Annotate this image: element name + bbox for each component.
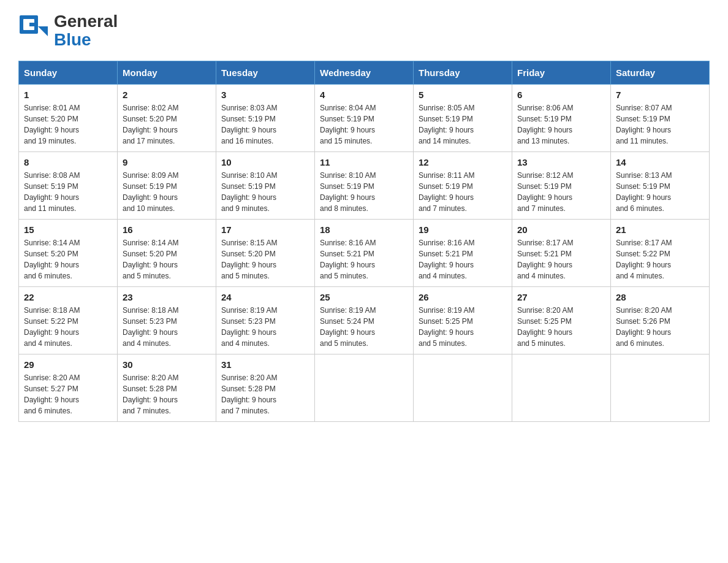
- calendar-cell: 14Sunrise: 8:13 AMSunset: 5:19 PMDayligh…: [611, 151, 710, 219]
- day-info: Sunrise: 8:19 AMSunset: 5:23 PMDaylight:…: [221, 305, 309, 349]
- calendar-week-row: 1Sunrise: 8:01 AMSunset: 5:20 PMDaylight…: [19, 84, 710, 151]
- day-info: Sunrise: 8:13 AMSunset: 5:19 PMDaylight:…: [616, 170, 704, 214]
- day-info: Sunrise: 8:20 AMSunset: 5:26 PMDaylight:…: [616, 305, 704, 349]
- column-header-monday: Monday: [118, 61, 216, 84]
- calendar-cell: 4Sunrise: 8:04 AMSunset: 5:19 PMDaylight…: [315, 84, 414, 151]
- calendar-cell: 20Sunrise: 8:17 AMSunset: 5:21 PMDayligh…: [512, 219, 611, 286]
- calendar-cell: 11Sunrise: 8:10 AMSunset: 5:19 PMDayligh…: [315, 151, 414, 219]
- calendar-cell: 16Sunrise: 8:14 AMSunset: 5:20 PMDayligh…: [118, 219, 216, 286]
- calendar-cell: 24Sunrise: 8:19 AMSunset: 5:23 PMDayligh…: [216, 286, 315, 354]
- calendar-cell: 13Sunrise: 8:12 AMSunset: 5:19 PMDayligh…: [512, 151, 611, 219]
- day-info: Sunrise: 8:18 AMSunset: 5:23 PMDaylight:…: [123, 305, 211, 349]
- day-info: Sunrise: 8:08 AMSunset: 5:19 PMDaylight:…: [24, 170, 112, 214]
- column-header-thursday: Thursday: [414, 61, 512, 84]
- logo-general: General: [54, 12, 118, 31]
- calendar-cell: 31Sunrise: 8:20 AMSunset: 5:28 PMDayligh…: [216, 354, 315, 421]
- day-info: Sunrise: 8:20 AMSunset: 5:27 PMDaylight:…: [24, 372, 112, 416]
- calendar-table: SundayMondayTuesdayWednesdayThursdayFrid…: [18, 61, 710, 422]
- calendar-cell: 12Sunrise: 8:11 AMSunset: 5:19 PMDayligh…: [414, 151, 512, 219]
- calendar-cell: 18Sunrise: 8:16 AMSunset: 5:21 PMDayligh…: [315, 219, 414, 286]
- calendar-cell: 15Sunrise: 8:14 AMSunset: 5:20 PMDayligh…: [19, 219, 118, 286]
- day-info: Sunrise: 8:20 AMSunset: 5:28 PMDaylight:…: [123, 372, 211, 416]
- calendar-cell: 8Sunrise: 8:08 AMSunset: 5:19 PMDaylight…: [19, 151, 118, 219]
- day-info: Sunrise: 8:14 AMSunset: 5:20 PMDaylight:…: [123, 237, 211, 282]
- calendar-cell: 7Sunrise: 8:07 AMSunset: 5:19 PMDaylight…: [611, 84, 710, 151]
- day-info: Sunrise: 8:10 AMSunset: 5:19 PMDaylight:…: [221, 170, 309, 214]
- day-number: 30: [123, 359, 211, 370]
- day-number: 24: [221, 292, 309, 302]
- day-number: 17: [221, 224, 309, 235]
- calendar-week-row: 15Sunrise: 8:14 AMSunset: 5:20 PMDayligh…: [19, 219, 710, 286]
- logo-blue: Blue: [54, 31, 118, 48]
- day-info: Sunrise: 8:11 AMSunset: 5:19 PMDaylight:…: [419, 170, 507, 214]
- calendar-week-row: 29Sunrise: 8:20 AMSunset: 5:27 PMDayligh…: [19, 354, 710, 421]
- logo: General Blue: [18, 12, 118, 48]
- day-number: 12: [419, 157, 507, 167]
- calendar-cell: 22Sunrise: 8:18 AMSunset: 5:22 PMDayligh…: [19, 286, 118, 354]
- calendar-cell: 1Sunrise: 8:01 AMSunset: 5:20 PMDaylight…: [19, 84, 118, 151]
- calendar-cell: 2Sunrise: 8:02 AMSunset: 5:20 PMDaylight…: [118, 84, 216, 151]
- day-info: Sunrise: 8:19 AMSunset: 5:24 PMDaylight:…: [320, 305, 408, 349]
- calendar-cell: 26Sunrise: 8:19 AMSunset: 5:25 PMDayligh…: [414, 286, 512, 354]
- day-info: Sunrise: 8:19 AMSunset: 5:25 PMDaylight:…: [419, 305, 507, 349]
- day-info: Sunrise: 8:20 AMSunset: 5:25 PMDaylight:…: [517, 305, 605, 349]
- day-info: Sunrise: 8:15 AMSunset: 5:20 PMDaylight:…: [221, 237, 309, 282]
- day-info: Sunrise: 8:05 AMSunset: 5:19 PMDaylight:…: [419, 102, 507, 147]
- day-number: 20: [517, 224, 605, 235]
- calendar-cell: 5Sunrise: 8:05 AMSunset: 5:19 PMDaylight…: [414, 84, 512, 151]
- calendar-week-row: 22Sunrise: 8:18 AMSunset: 5:22 PMDayligh…: [19, 286, 710, 354]
- day-number: 18: [320, 224, 408, 235]
- calendar-cell: 19Sunrise: 8:16 AMSunset: 5:21 PMDayligh…: [414, 219, 512, 286]
- column-header-tuesday: Tuesday: [216, 61, 315, 84]
- day-info: Sunrise: 8:09 AMSunset: 5:19 PMDaylight:…: [123, 170, 211, 214]
- day-number: 10: [221, 157, 309, 167]
- day-number: 21: [616, 224, 704, 235]
- page-header: General Blue: [18, 12, 710, 48]
- day-info: Sunrise: 8:18 AMSunset: 5:22 PMDaylight:…: [24, 305, 112, 349]
- day-number: 1: [24, 90, 112, 100]
- day-number: 8: [24, 157, 112, 167]
- day-number: 2: [123, 90, 211, 100]
- day-number: 28: [616, 292, 704, 302]
- day-info: Sunrise: 8:06 AMSunset: 5:19 PMDaylight:…: [517, 102, 605, 147]
- column-header-wednesday: Wednesday: [315, 61, 414, 84]
- day-number: 7: [616, 90, 704, 100]
- day-info: Sunrise: 8:12 AMSunset: 5:19 PMDaylight:…: [517, 170, 605, 214]
- svg-marker-3: [38, 26, 48, 36]
- day-info: Sunrise: 8:10 AMSunset: 5:19 PMDaylight:…: [320, 170, 408, 214]
- day-info: Sunrise: 8:16 AMSunset: 5:21 PMDaylight:…: [419, 237, 507, 282]
- calendar-cell: [611, 354, 710, 421]
- day-info: Sunrise: 8:17 AMSunset: 5:22 PMDaylight:…: [616, 237, 704, 282]
- day-number: 19: [419, 224, 507, 235]
- calendar-header-row: SundayMondayTuesdayWednesdayThursdayFrid…: [19, 61, 710, 84]
- day-number: 29: [24, 359, 112, 370]
- calendar-cell: 10Sunrise: 8:10 AMSunset: 5:19 PMDayligh…: [216, 151, 315, 219]
- calendar-cell: [414, 354, 512, 421]
- calendar-cell: 27Sunrise: 8:20 AMSunset: 5:25 PMDayligh…: [512, 286, 611, 354]
- day-info: Sunrise: 8:04 AMSunset: 5:19 PMDaylight:…: [320, 102, 408, 147]
- day-info: Sunrise: 8:17 AMSunset: 5:21 PMDaylight:…: [517, 237, 605, 282]
- calendar-cell: 17Sunrise: 8:15 AMSunset: 5:20 PMDayligh…: [216, 219, 315, 286]
- day-number: 31: [221, 359, 309, 370]
- calendar-cell: 3Sunrise: 8:03 AMSunset: 5:19 PMDaylight…: [216, 84, 315, 151]
- calendar-cell: 6Sunrise: 8:06 AMSunset: 5:19 PMDaylight…: [512, 84, 611, 151]
- calendar-cell: 29Sunrise: 8:20 AMSunset: 5:27 PMDayligh…: [19, 354, 118, 421]
- day-number: 3: [221, 90, 309, 100]
- calendar-cell: 25Sunrise: 8:19 AMSunset: 5:24 PMDayligh…: [315, 286, 414, 354]
- day-number: 25: [320, 292, 408, 302]
- logo-icon: [18, 14, 50, 46]
- day-number: 16: [123, 224, 211, 235]
- day-number: 23: [123, 292, 211, 302]
- calendar-cell: 23Sunrise: 8:18 AMSunset: 5:23 PMDayligh…: [118, 286, 216, 354]
- calendar-cell: [315, 354, 414, 421]
- calendar-cell: 21Sunrise: 8:17 AMSunset: 5:22 PMDayligh…: [611, 219, 710, 286]
- day-number: 5: [419, 90, 507, 100]
- day-number: 6: [517, 90, 605, 100]
- day-number: 22: [24, 292, 112, 302]
- calendar-week-row: 8Sunrise: 8:08 AMSunset: 5:19 PMDaylight…: [19, 151, 710, 219]
- column-header-friday: Friday: [512, 61, 611, 84]
- day-info: Sunrise: 8:01 AMSunset: 5:20 PMDaylight:…: [24, 102, 112, 147]
- day-number: 14: [616, 157, 704, 167]
- day-number: 9: [123, 157, 211, 167]
- calendar-cell: [512, 354, 611, 421]
